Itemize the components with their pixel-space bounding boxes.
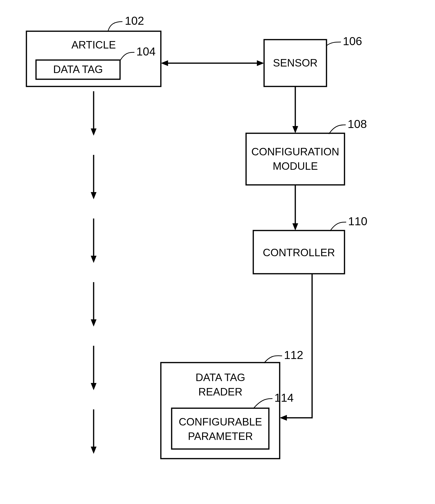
ref-article: 102 xyxy=(125,14,144,27)
svg-marker-11 xyxy=(91,447,97,454)
param-box xyxy=(172,408,269,449)
arrowhead-left2-icon xyxy=(280,415,287,421)
ref-param: 114 xyxy=(274,391,293,404)
svg-marker-1 xyxy=(91,128,97,136)
ref-reader: 112 xyxy=(284,349,303,361)
leader-reader xyxy=(264,356,282,363)
config-line2: MODULE xyxy=(273,160,318,172)
article-title: ARTICLE xyxy=(71,39,116,51)
arrowhead-down2-icon xyxy=(293,223,298,231)
param-line1: CONFIGURABLE xyxy=(179,416,262,428)
config-line1: CONFIGURATION xyxy=(251,146,339,158)
ref-controller: 110 xyxy=(348,215,367,228)
arrowhead-right-icon xyxy=(257,60,264,66)
svg-marker-9 xyxy=(91,383,97,390)
arrowhead-down-icon xyxy=(293,126,298,133)
leader-sensor xyxy=(327,42,341,46)
ref-datatag: 104 xyxy=(136,45,156,58)
leader-controller xyxy=(330,222,346,231)
reader-line2: READER xyxy=(198,386,242,398)
leader-article xyxy=(108,22,123,31)
sensor-title: SENSOR xyxy=(273,57,318,69)
article-flow-arrows xyxy=(91,91,97,454)
config-module-box xyxy=(246,133,345,185)
svg-marker-3 xyxy=(91,192,97,199)
ref-config: 108 xyxy=(348,118,367,130)
svg-marker-7 xyxy=(91,319,97,327)
svg-marker-5 xyxy=(91,256,97,263)
ref-sensor: 106 xyxy=(343,35,362,47)
reader-line1: DATA TAG xyxy=(195,371,245,383)
diagram-canvas: ARTICLE 102 DATA TAG 104 SENSOR 106 CONF… xyxy=(0,0,435,504)
leader-config xyxy=(329,125,346,134)
controller-title: CONTROLLER xyxy=(263,247,335,258)
data-tag-title: DATA TAG xyxy=(53,63,103,75)
param-line2: PARAMETER xyxy=(188,430,253,442)
arrowhead-left-icon xyxy=(161,60,168,66)
